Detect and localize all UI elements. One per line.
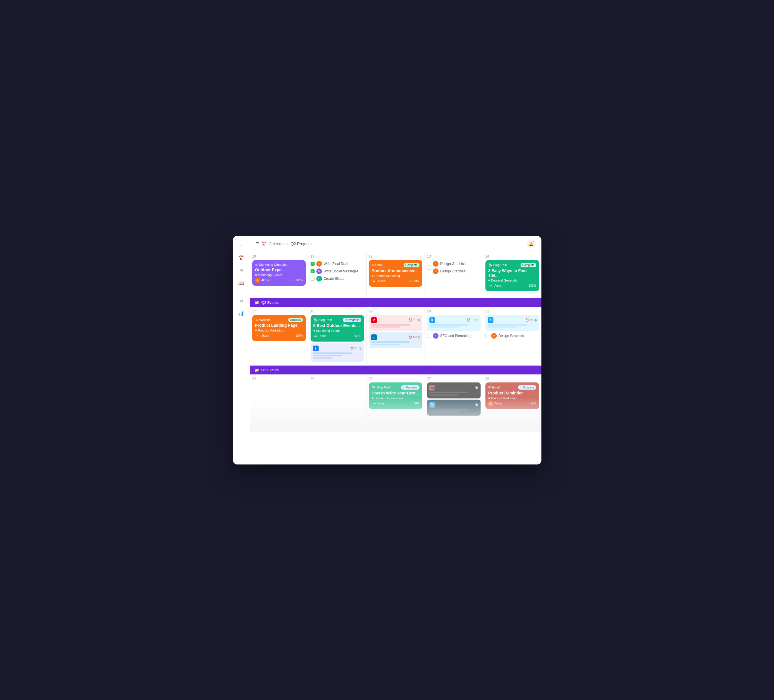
checkbox-empty[interactable] [427,262,431,266]
task-label: SEO and Formatting [440,334,471,338]
card-label: Email [492,386,500,389]
category-label: Marketing Events [316,329,341,333]
status-badge: In Progress [401,385,419,390]
day-19: 19 P ⏰ 8:15p [367,307,425,365]
assignee-name: Alexis [378,280,386,283]
card-category: Demand Generation [372,396,419,400]
rss-icon: 📡 [488,263,492,267]
email-card[interactable]: ✉ Email Complete Product Announcement Pr… [369,260,422,287]
task-item[interactable]: C Create Slides [311,275,364,282]
post-time: ⏰ 4:15p [526,318,537,321]
category-dot [372,397,374,399]
text-placeholder [371,341,410,343]
task-item[interactable]: S SEO and Formatting [427,332,481,339]
progress-text: ✓ 50% [410,402,419,405]
card-type-label: 📡 Blog Post [313,318,332,322]
assignee-avatar: A [488,401,493,406]
twitter-post-card-20[interactable]: 𝕏 ⏰ 1:15p [427,315,481,331]
text-placeholder [430,411,459,413]
home-icon[interactable]: ⌂ [236,240,246,251]
breadcrumb-home[interactable]: Calendar [269,242,285,246]
breadcrumb-current: Q2 Projects [291,242,311,246]
text-placeholder [371,326,400,328]
day-14: 14 📡 Blog Post Complete 3 Easy Ways to F… [483,252,541,298]
day-number-14: 14 [485,255,539,258]
main-content: ☰ 📅 Calendar / Q2 Projects 🔔 [250,236,541,465]
assignee-avatar: A [372,279,377,284]
text-placeholder [430,409,468,410]
assignee-avatar: A [255,333,260,338]
hamburger-icon[interactable]: ☰ [256,242,260,246]
website-card[interactable]: 🖥 Website Complete Product Landing Page … [252,315,306,341]
book-icon[interactable]: 📖 [236,278,246,288]
marketing-campaign-card[interactable]: 🏷 Marketing Campaign Outdoor Expo Market… [252,260,306,286]
facebook-post-card[interactable]: f ⏰ 8:31p [311,343,364,362]
progress-text: ✓ 100% [292,279,303,282]
category-dot [488,397,490,399]
week3-grid: 24 25 26 📡 Blog Post [250,374,541,420]
card-category: Demand Generation [488,279,536,282]
card-type-label: 📡 Blog Post [488,263,507,267]
card-label: Marketing Campaign [260,263,289,266]
card-type-label: 🖥 Website [255,318,271,321]
blog-post-card-26[interactable]: 📡 Blog Post In Progress How to Write You… [369,382,422,409]
social-card-header: 𝕏 ⏰ 4:15p [488,317,537,323]
task-item[interactable]: ✓ B Write Social Messages [311,268,364,275]
day-number-28: 28 [485,377,539,381]
day-24: 24 [250,374,308,420]
task-item[interactable]: P Design Graphics [427,268,481,275]
text-placeholder [430,326,459,328]
notification-dot [532,240,534,243]
text-placeholder [313,352,352,354]
pinterest-post-card[interactable]: P ⏰ 8:15p [369,315,422,331]
task-item[interactable]: D Design Graphics [485,332,539,339]
notification-button[interactable]: 🔔 [527,239,536,248]
header: ☰ 📅 Calendar / Q2 Projects 🔔 [250,236,541,252]
twitter-post-card-27[interactable]: 𝕏 ⏰ [427,400,481,415]
day-number-11: 11 [311,255,364,258]
task-item[interactable]: ✓ A Write Final Draft [311,260,364,268]
facebook-icon: f [313,346,319,351]
card-category: Marketing Events [255,273,303,277]
email-icon: ✉ [488,386,491,389]
checkbox-checked[interactable]: ✓ [311,269,314,273]
linkedin-post-card[interactable]: in ⏰ 1:20p [369,332,422,348]
status-badge: In Progress [518,385,536,390]
day-number-17: 17 [252,309,306,313]
row-label-2: 📁 Q2 Events [250,366,541,374]
post-time: ⏰ 1:20p [408,336,420,339]
instagram-post-card[interactable]: 📷 ⏰ [427,382,481,399]
checkbox-empty[interactable] [427,269,431,273]
pinterest-icon: P [371,317,377,323]
social-card-header: 📷 ⏰ [430,385,478,391]
checkbox-checked[interactable]: ✓ [311,262,314,266]
email-card-28[interactable]: ✉ Email In Progress Product Reminder Pro… [485,382,539,409]
grid-icon[interactable]: ⊞ [236,266,246,276]
checkbox-empty[interactable] [485,334,490,338]
card-footer: An Anna ✓ 60% [313,334,361,339]
day-11: 11 ✓ A Write Final Draft ✓ B Write Socia… [308,252,367,298]
day-28: 28 ✉ Email In Progress Product Reminder [483,374,541,420]
checkbox-empty[interactable] [311,277,314,281]
progress-text: ✓ 100% [526,284,536,287]
twitter-icon: 𝕏 [430,317,435,323]
blog-post-card[interactable]: 📡 Blog Post Complete 3 Easy Ways to Find… [485,260,539,291]
text-placeholder [313,355,342,356]
calendar-body[interactable]: 10 🏷 Marketing Campaign Outdoor Expo [250,252,541,465]
calendar-icon[interactable]: 📅 [236,253,246,263]
category-dot [488,280,490,281]
checkbox-empty[interactable] [427,334,431,338]
blog-post-card-18[interactable]: 📡 Blog Post In Progress 5 Best Outdoor E… [311,315,364,342]
social-card-header: P ⏰ 8:15p [371,317,420,323]
card-title: Product Landing Page [255,323,303,328]
twitter-post-card-21[interactable]: 𝕏 ⏰ 4:15p [485,315,539,331]
task-item[interactable]: P Design Graphics [427,260,481,268]
shuffle-icon[interactable]: ⇄ [236,296,246,306]
text-placeholder [371,324,410,326]
assignee-name: Anna [495,284,501,287]
day-number-24: 24 [252,377,306,381]
assignee-avatar: A [255,278,260,283]
chart-icon[interactable]: 📊 [236,308,246,318]
category-label: Product Marketing [375,274,400,278]
app-window: ⌂ 📅 ⊞ 📖 ⇄ 📊 ☰ 📅 Calendar / Q2 Projects 🔔 [233,236,541,465]
